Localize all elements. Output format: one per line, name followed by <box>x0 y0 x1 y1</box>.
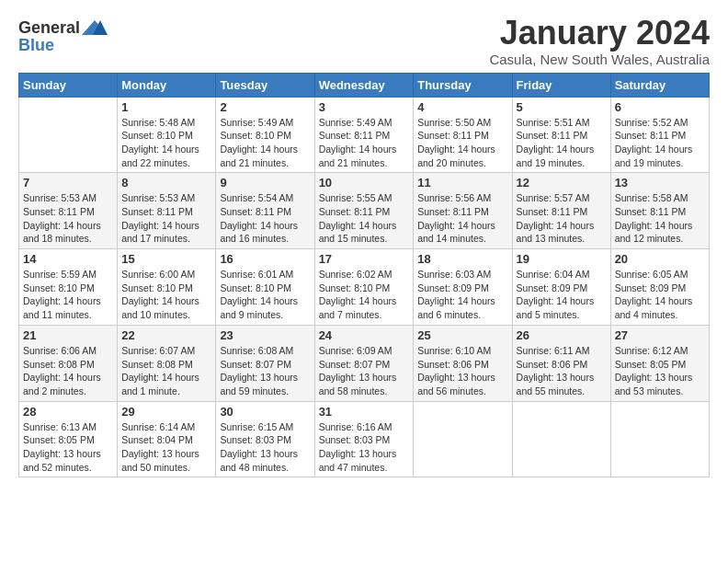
calendar-cell: 18Sunrise: 6:03 AM Sunset: 8:09 PM Dayli… <box>414 249 512 326</box>
day-info: Sunrise: 6:15 AM Sunset: 8:03 PM Dayligh… <box>220 420 310 475</box>
logo: General Blue <box>18 18 108 53</box>
day-info: Sunrise: 6:16 AM Sunset: 8:03 PM Dayligh… <box>319 420 410 475</box>
calendar-cell: 10Sunrise: 5:55 AM Sunset: 8:11 PM Dayli… <box>314 173 414 249</box>
day-info: Sunrise: 6:00 AM Sunset: 8:10 PM Dayligh… <box>121 268 211 322</box>
calendar-cell: 29Sunrise: 6:14 AM Sunset: 8:04 PM Dayli… <box>118 401 216 477</box>
calendar-cell: 12Sunrise: 5:57 AM Sunset: 8:11 PM Dayli… <box>512 173 610 249</box>
day-info: Sunrise: 5:49 AM Sunset: 8:11 PM Dayligh… <box>319 116 410 170</box>
day-info: Sunrise: 6:11 AM Sunset: 8:06 PM Dayligh… <box>517 344 607 398</box>
weekday-header-thursday: Thursday <box>414 73 512 97</box>
day-number: 7 <box>23 176 113 190</box>
weekday-header-sunday: Sunday <box>19 73 118 97</box>
day-number: 13 <box>615 176 705 190</box>
calendar-cell: 6Sunrise: 5:52 AM Sunset: 8:11 PM Daylig… <box>610 97 709 173</box>
day-number: 28 <box>23 405 113 419</box>
day-info: Sunrise: 6:09 AM Sunset: 8:07 PM Dayligh… <box>319 344 410 398</box>
logo-icon <box>82 18 108 37</box>
day-number: 9 <box>220 176 310 190</box>
weekday-header-wednesday: Wednesday <box>314 73 414 97</box>
day-number: 14 <box>23 252 113 266</box>
calendar-cell: 14Sunrise: 5:59 AM Sunset: 8:10 PM Dayli… <box>19 249 118 326</box>
day-number: 20 <box>615 252 705 266</box>
day-number: 29 <box>121 405 211 419</box>
calendar-cell: 25Sunrise: 6:10 AM Sunset: 8:06 PM Dayli… <box>414 325 512 401</box>
day-number: 16 <box>220 252 310 266</box>
calendar-week-row: 21Sunrise: 6:06 AM Sunset: 8:08 PM Dayli… <box>19 325 710 401</box>
calendar-cell: 4Sunrise: 5:50 AM Sunset: 8:11 PM Daylig… <box>414 97 512 173</box>
day-number: 17 <box>319 252 410 266</box>
day-number: 27 <box>615 328 705 342</box>
calendar-cell: 2Sunrise: 5:49 AM Sunset: 8:10 PM Daylig… <box>216 97 314 173</box>
day-info: Sunrise: 6:13 AM Sunset: 8:05 PM Dayligh… <box>23 420 113 475</box>
day-number: 23 <box>220 328 310 342</box>
calendar-cell: 26Sunrise: 6:11 AM Sunset: 8:06 PM Dayli… <box>512 325 610 401</box>
title-area: January 2024 Casula, New South Wales, Au… <box>489 15 710 67</box>
day-number: 25 <box>417 328 507 342</box>
day-info: Sunrise: 5:53 AM Sunset: 8:11 PM Dayligh… <box>23 191 113 246</box>
calendar-cell: 30Sunrise: 6:15 AM Sunset: 8:03 PM Dayli… <box>216 401 314 477</box>
day-number: 22 <box>121 328 211 342</box>
day-number: 19 <box>517 252 607 266</box>
day-info: Sunrise: 6:05 AM Sunset: 8:09 PM Dayligh… <box>615 268 705 322</box>
calendar-cell <box>610 401 709 477</box>
calendar-cell <box>512 401 610 477</box>
calendar-week-row: 28Sunrise: 6:13 AM Sunset: 8:05 PM Dayli… <box>19 401 710 477</box>
day-info: Sunrise: 5:55 AM Sunset: 8:11 PM Dayligh… <box>319 191 410 246</box>
calendar-cell: 24Sunrise: 6:09 AM Sunset: 8:07 PM Dayli… <box>314 325 414 401</box>
day-number: 6 <box>615 100 705 114</box>
calendar-cell: 13Sunrise: 5:58 AM Sunset: 8:11 PM Dayli… <box>610 173 709 249</box>
calendar-cell: 21Sunrise: 6:06 AM Sunset: 8:08 PM Dayli… <box>19 325 118 401</box>
logo-general: General <box>18 19 80 36</box>
calendar-cell <box>414 401 512 477</box>
day-number: 24 <box>319 328 410 342</box>
day-number: 26 <box>517 328 607 342</box>
calendar-cell: 22Sunrise: 6:07 AM Sunset: 8:08 PM Dayli… <box>118 325 216 401</box>
day-info: Sunrise: 6:12 AM Sunset: 8:05 PM Dayligh… <box>615 344 705 398</box>
day-info: Sunrise: 6:03 AM Sunset: 8:09 PM Dayligh… <box>417 268 507 322</box>
day-info: Sunrise: 5:54 AM Sunset: 8:11 PM Dayligh… <box>220 191 310 246</box>
page-title: January 2024 <box>489 15 710 52</box>
weekday-header-friday: Friday <box>512 73 610 97</box>
calendar-week-row: 14Sunrise: 5:59 AM Sunset: 8:10 PM Dayli… <box>19 249 710 326</box>
day-number: 18 <box>417 252 507 266</box>
day-info: Sunrise: 5:56 AM Sunset: 8:11 PM Dayligh… <box>417 191 507 246</box>
calendar-cell: 5Sunrise: 5:51 AM Sunset: 8:11 PM Daylig… <box>512 97 610 173</box>
weekday-header-monday: Monday <box>118 73 216 97</box>
calendar-cell: 27Sunrise: 6:12 AM Sunset: 8:05 PM Dayli… <box>610 325 709 401</box>
day-number: 4 <box>417 100 507 114</box>
day-number: 3 <box>319 100 410 114</box>
calendar-cell: 19Sunrise: 6:04 AM Sunset: 8:09 PM Dayli… <box>512 249 610 326</box>
day-info: Sunrise: 6:06 AM Sunset: 8:08 PM Dayligh… <box>23 344 113 398</box>
calendar-cell: 23Sunrise: 6:08 AM Sunset: 8:07 PM Dayli… <box>216 325 314 401</box>
header: General Blue January 2024 Casula, New So… <box>18 15 710 67</box>
day-number: 2 <box>220 100 310 114</box>
day-number: 11 <box>417 176 507 190</box>
calendar-cell: 9Sunrise: 5:54 AM Sunset: 8:11 PM Daylig… <box>216 173 314 249</box>
day-info: Sunrise: 6:01 AM Sunset: 8:10 PM Dayligh… <box>220 268 310 322</box>
calendar-cell: 1Sunrise: 5:48 AM Sunset: 8:10 PM Daylig… <box>118 97 216 173</box>
calendar-cell: 17Sunrise: 6:02 AM Sunset: 8:10 PM Dayli… <box>314 249 414 326</box>
day-info: Sunrise: 5:49 AM Sunset: 8:10 PM Dayligh… <box>220 116 310 170</box>
day-info: Sunrise: 5:48 AM Sunset: 8:10 PM Dayligh… <box>121 116 211 170</box>
day-number: 10 <box>319 176 410 190</box>
calendar-cell: 11Sunrise: 5:56 AM Sunset: 8:11 PM Dayli… <box>414 173 512 249</box>
day-info: Sunrise: 5:50 AM Sunset: 8:11 PM Dayligh… <box>417 116 507 170</box>
calendar-header-row: SundayMondayTuesdayWednesdayThursdayFrid… <box>19 73 710 97</box>
calendar-cell: 16Sunrise: 6:01 AM Sunset: 8:10 PM Dayli… <box>216 249 314 326</box>
day-number: 8 <box>121 176 211 190</box>
day-info: Sunrise: 6:07 AM Sunset: 8:08 PM Dayligh… <box>121 344 211 398</box>
day-number: 30 <box>220 405 310 419</box>
day-info: Sunrise: 5:53 AM Sunset: 8:11 PM Dayligh… <box>121 191 211 246</box>
weekday-header-saturday: Saturday <box>610 73 709 97</box>
day-number: 21 <box>23 328 113 342</box>
weekday-header-tuesday: Tuesday <box>216 73 314 97</box>
logo-blue: Blue <box>18 37 54 53</box>
day-info: Sunrise: 5:52 AM Sunset: 8:11 PM Dayligh… <box>615 116 705 170</box>
day-info: Sunrise: 5:59 AM Sunset: 8:10 PM Dayligh… <box>23 268 113 322</box>
day-info: Sunrise: 5:51 AM Sunset: 8:11 PM Dayligh… <box>517 116 607 170</box>
calendar-cell: 15Sunrise: 6:00 AM Sunset: 8:10 PM Dayli… <box>118 249 216 326</box>
day-number: 31 <box>319 405 410 419</box>
day-info: Sunrise: 6:02 AM Sunset: 8:10 PM Dayligh… <box>319 268 410 322</box>
calendar-cell: 31Sunrise: 6:16 AM Sunset: 8:03 PM Dayli… <box>314 401 414 477</box>
calendar-cell: 20Sunrise: 6:05 AM Sunset: 8:09 PM Dayli… <box>610 249 709 326</box>
